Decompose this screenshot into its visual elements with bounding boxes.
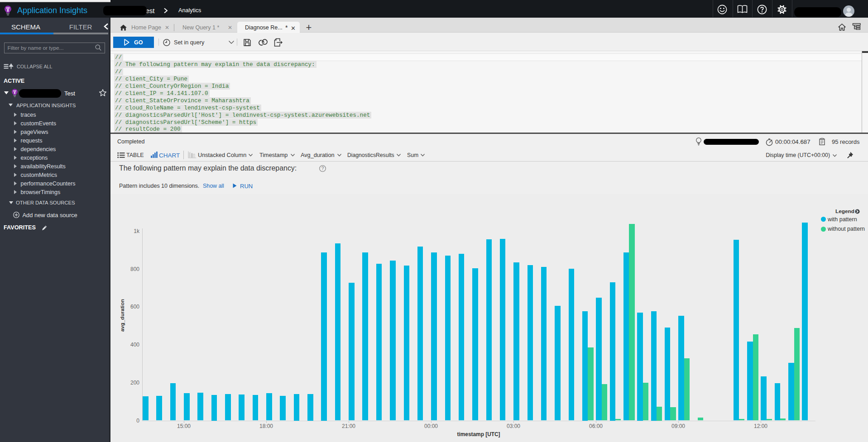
- svg-text:?: ?: [321, 166, 324, 171]
